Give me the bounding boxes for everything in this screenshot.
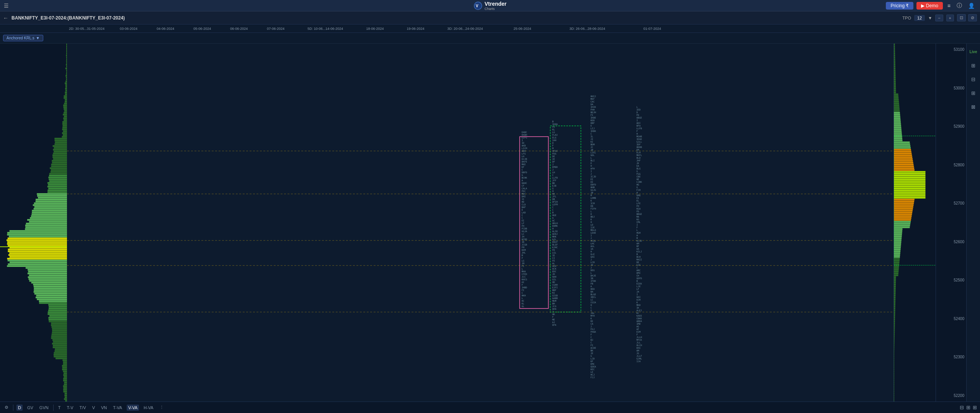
lock-button[interactable]: ⊘ xyxy=(968,14,977,21)
price-label-7: 52400 xyxy=(938,317,964,321)
date-label-1: 03-06-2024 xyxy=(120,27,137,31)
tpo-value[interactable]: 12 xyxy=(914,15,925,21)
price-label-8: 52300 xyxy=(938,355,964,359)
timeframe-tv-button[interactable]: T-V xyxy=(65,405,75,411)
live-button[interactable]: Live xyxy=(969,47,978,57)
user-icon-button[interactable]: 👤 xyxy=(967,2,976,10)
logo-sub: Charts xyxy=(485,7,507,11)
hamburger-icon[interactable]: ☰ xyxy=(4,3,9,9)
tpo-dropdown[interactable]: ▼ xyxy=(928,16,932,20)
krl-dropdown-icon: ▼ xyxy=(36,36,40,40)
date-label-7: 18-06-2024 xyxy=(366,27,384,31)
logo-text-group: Vtrender Charts xyxy=(485,1,507,11)
krl-row: Anchored KRL.s ▼ xyxy=(0,33,980,44)
tpo-label: TPO xyxy=(902,16,911,20)
price-label-4: 52700 xyxy=(938,201,964,205)
vtrender-logo-icon: V xyxy=(474,1,483,10)
price-label-2: 52900 xyxy=(938,124,964,128)
info-icon-button[interactable]: ⓘ xyxy=(955,2,964,10)
toggle-sidebar-btn[interactable]: ⊞ xyxy=(969,60,978,70)
anchored-krl-badge[interactable]: Anchored KRL.s ▼ xyxy=(3,35,43,41)
krl-label: Anchored KRL.s xyxy=(7,36,34,40)
demo-button[interactable]: ▶ Demo xyxy=(916,2,942,10)
screenshot-button[interactable]: ⊡ xyxy=(957,14,966,21)
price-axis: 53100 53000 52900 52800 52700 52600 5250… xyxy=(936,44,966,402)
nav-right: Pricing ₹ ▶ Demo ≡ ⓘ 👤 xyxy=(886,2,976,10)
price-label-0: 53100 xyxy=(938,47,964,52)
date-label-0: 2D: 30-05...31-05-2024 xyxy=(69,27,105,31)
list-icon-button[interactable]: ≡ xyxy=(946,2,952,10)
toolbar-right-icons: ⊡ ⊘ xyxy=(957,14,977,21)
layout-btn[interactable]: ⊞ xyxy=(969,88,978,98)
timeframe-d-button[interactable]: D xyxy=(16,405,23,411)
tpo-minus-button[interactable]: − xyxy=(935,15,943,21)
date-label-8: 19-06-2024 xyxy=(407,27,424,31)
price-label-5: 52600 xyxy=(938,240,964,244)
date-label-10: 25-06-2024 xyxy=(514,27,531,31)
nav-left: ☰ xyxy=(4,3,9,9)
right-profile-histogram xyxy=(893,44,936,402)
bottom-divider-2 xyxy=(53,405,54,411)
compare-btn[interactable]: ⊠ xyxy=(969,102,978,112)
grid2-icon[interactable]: ⊟ xyxy=(960,405,964,410)
date-label-12: 01-07-2024 xyxy=(644,27,661,31)
left-profile-histogram xyxy=(0,44,67,402)
bottom-toolbar: ⚙ D GV GVN T T-V T/V V VN T-VA V-VA H-VA… xyxy=(0,402,980,413)
timeframe-v-button[interactable]: V xyxy=(91,405,96,411)
grid6-icon[interactable]: ⊞ xyxy=(973,405,977,410)
date-label-6: 5D: 10-06...14-06-2024 xyxy=(307,27,343,31)
more-options-button[interactable]: ⋮ xyxy=(158,404,165,411)
timeframe-gv-button[interactable]: GV xyxy=(26,405,35,411)
logo-text: Vtrender xyxy=(485,1,507,7)
date-label-5: 07-06-2024 xyxy=(267,27,284,31)
timeframe-hva-button[interactable]: H-VA xyxy=(142,405,155,411)
settings-icon-button[interactable]: ⚙ xyxy=(3,404,10,411)
date-label-11: 3D: 26-06...28-06-2024 xyxy=(570,27,605,31)
date-label-4: 06-06-2024 xyxy=(230,27,248,31)
timeframe-vn-button[interactable]: VN xyxy=(100,405,108,411)
logo-area: V Vtrender Charts xyxy=(474,1,507,11)
timeframe-t-button[interactable]: T xyxy=(57,405,62,411)
symbol-label: BANKNIFTY_E3I-07-2024:(BANKNIFTY_E3I-07-… xyxy=(11,15,125,21)
timeframe-gvn-button[interactable]: GVN xyxy=(38,405,50,411)
price-label-9: 52200 xyxy=(938,393,964,398)
price-label-1: 53000 xyxy=(938,86,964,90)
timeframe-vva-button[interactable]: V-VA xyxy=(127,405,139,411)
right-sidebar-tools: Live ⊞ ⊟ ⊞ ⊠ xyxy=(966,44,980,402)
date-label-3: 05-06-2024 xyxy=(193,27,211,31)
bottom-divider-1 xyxy=(13,405,13,411)
back-button[interactable]: ← xyxy=(3,15,8,21)
timeframe-tva-button[interactable]: T-VA xyxy=(111,405,124,411)
price-label-3: 52800 xyxy=(938,163,964,167)
date-axis: 2D: 30-05...31-05-2024 03-06-2024 04-06-… xyxy=(0,24,980,33)
main-chart-area: © 2024 Vtrender Charts 53100 53000 52900… xyxy=(0,44,980,402)
tpo-plus-button[interactable]: + xyxy=(946,15,954,21)
grid4-icon[interactable]: ⊞ xyxy=(966,405,970,410)
date-label-2: 04-06-2024 xyxy=(157,27,174,31)
timeframe-tdivv-button[interactable]: T/V xyxy=(78,405,88,411)
bottom-right-icons: ⊟ ⊞ ⊞ xyxy=(960,405,977,410)
grid-btn[interactable]: ⊟ xyxy=(969,74,978,84)
pricing-button[interactable]: Pricing ₹ xyxy=(886,2,913,10)
chart-main-canvas[interactable]: © 2024 Vtrender Charts xyxy=(67,44,893,402)
date-label-9: 3D: 20-06...24-06-2024 xyxy=(447,27,483,31)
price-label-6: 52500 xyxy=(938,278,964,282)
top-navigation: ☰ V Vtrender Charts Pricing ₹ ▶ Demo ≡ ⓘ… xyxy=(0,0,980,11)
svg-text:V: V xyxy=(476,4,479,8)
chart-toolbar: ← BANKNIFTY_E3I-07-2024:(BANKNIFTY_E3I-0… xyxy=(0,11,980,24)
